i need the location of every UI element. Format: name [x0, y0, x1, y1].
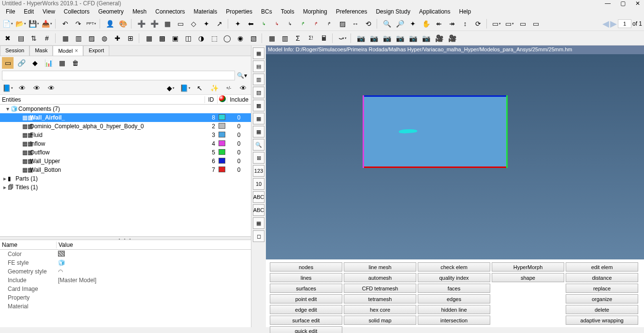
panel-btn-4[interactable]: 📊 — [43, 57, 54, 69]
menu-applications[interactable]: Applications — [415, 7, 454, 16]
model-tree[interactable]: ▾🧊Components (7)▦▦Wall_Airfoil_80▦▦Domin… — [0, 105, 251, 236]
tree-components[interactable]: ▾🧊Components (7) — [0, 105, 251, 113]
tab-mask[interactable]: Mask — [29, 45, 53, 56]
show-style-2[interactable]: 📘 — [179, 82, 191, 94]
page-curves[interactable]: ▭ — [517, 18, 528, 30]
cmd-lines[interactable]: lines — [270, 273, 342, 282]
panel-btn-5[interactable]: ▦ — [56, 57, 68, 69]
sum-sel-button[interactable]: Σ! — [305, 32, 317, 44]
mesh-solids[interactable]: ◍ — [99, 32, 110, 44]
mesh-surfaces[interactable]: ▨ — [86, 32, 97, 44]
prop-row-material[interactable]: Material — [0, 302, 251, 311]
tree-toggle[interactable]: ▸ — [2, 175, 8, 182]
display-trans[interactable]: ◫ — [182, 32, 194, 44]
menu-bcs[interactable]: BCs — [257, 7, 276, 16]
page-current[interactable] — [618, 19, 631, 28]
tree-parts[interactable]: ▸▮Parts (1) — [0, 174, 251, 183]
reverse-view[interactable]: ↔ — [350, 18, 361, 30]
rotate-right-button[interactable]: ↠ — [446, 18, 458, 30]
tree-comp-7[interactable]: ▦▦Wall_Botton70 — [0, 166, 251, 174]
display-iso[interactable]: ▧ — [248, 32, 259, 44]
cmd-intersection[interactable]: intersection — [418, 316, 490, 325]
cmd-hex-core[interactable]: hex core — [344, 305, 416, 314]
display-sphere[interactable]: ◉ — [234, 32, 246, 44]
eye-none[interactable]: 👁 — [31, 82, 43, 94]
close-button[interactable]: ✕ — [635, 0, 640, 7]
menu-properties[interactable]: Properties — [222, 7, 256, 16]
minimize-button[interactable]: — — [605, 0, 611, 7]
undo-button[interactable]: ↶ — [59, 18, 71, 30]
import-button[interactable]: 📥 — [41, 18, 53, 30]
grid-mode[interactable]: ⊞ — [253, 152, 264, 164]
create-comp-button[interactable]: ➕ — [135, 18, 147, 30]
view-mode-1[interactable]: ▦ — [253, 47, 264, 59]
prop-row-card-image[interactable]: Card Image — [0, 285, 251, 293]
cmd-edge-edit[interactable]: edge edit — [270, 305, 342, 314]
tree-titles[interactable]: ▸🗐Titles (1) — [0, 183, 251, 192]
tree-comp-4[interactable]: ▦▦Inflow40 — [0, 139, 251, 148]
view-mode-2[interactable]: ▤ — [253, 61, 264, 72]
redo-button[interactable]: ↷ — [73, 18, 84, 30]
cmd-automesh[interactable]: automesh — [344, 273, 416, 282]
pick-mode[interactable]: ▦ — [253, 217, 264, 229]
display-mix[interactable]: ◑ — [195, 32, 207, 44]
mesh-create[interactable]: ✚ — [112, 32, 123, 44]
page-layout-1[interactable]: ▭ — [491, 18, 502, 30]
fit-button[interactable]: 🔍 — [381, 18, 393, 30]
reflect-button[interactable]: ⤻ — [337, 32, 348, 44]
mesh-lines[interactable]: ▥ — [73, 32, 84, 44]
open-button[interactable]: 📂 — [15, 18, 27, 30]
cmd-delete[interactable]: delete — [566, 305, 638, 314]
menu-help[interactable]: Help — [455, 7, 475, 16]
page-layout-2[interactable]: ▭ — [504, 18, 515, 30]
labels-toggle-2[interactable]: ABC — [253, 204, 264, 216]
axis-neg-xz[interactable]: ↱ — [310, 18, 322, 30]
cmd-check-elem[interactable]: check elem — [418, 262, 490, 272]
cmd-organize[interactable]: organize — [566, 294, 638, 303]
eye-iso[interactable]: 👁 — [45, 82, 57, 94]
rotate-left-button[interactable]: ↞ — [433, 18, 445, 30]
tree-comp-5[interactable]: ▦▦Outflow50 — [0, 148, 251, 157]
tree-comp-6[interactable]: ▦▦Wall_Upper60 — [0, 157, 251, 166]
tree-comp-3[interactable]: ▦▦Fluid30 — [0, 131, 251, 139]
create-load-button[interactable]: ◇ — [188, 18, 199, 30]
tree-toggle[interactable]: ▾ — [5, 106, 11, 112]
header-color[interactable] — [217, 95, 227, 104]
create-sys-button[interactable]: ✦ — [201, 18, 212, 30]
view-mode-6[interactable]: ▦ — [253, 113, 264, 124]
cmd-line-mesh[interactable]: line mesh — [344, 262, 416, 272]
display-shaded[interactable]: ▩ — [156, 32, 168, 44]
binoculars-icon[interactable]: 🔍 — [253, 139, 264, 151]
check-elem[interactable]: ▦ — [266, 32, 278, 44]
tab-export[interactable]: Export — [83, 45, 109, 56]
create-mat-button[interactable]: ▦ — [161, 18, 173, 30]
organize-button[interactable]: ⇅ — [28, 32, 40, 44]
cmd-hypermorph[interactable]: HyperMorph — [492, 262, 564, 272]
maximize-button[interactable]: ▢ — [620, 0, 626, 7]
user-button[interactable]: 👤 — [104, 18, 116, 30]
mesh-split[interactable]: ⊞ — [125, 32, 136, 44]
page-prev[interactable]: ◀ — [602, 18, 609, 29]
page-next[interactable]: ▶ — [610, 18, 617, 29]
eye-all[interactable]: 👁 — [16, 82, 28, 94]
rotate-vert-button[interactable]: ↕ — [459, 18, 471, 30]
zoom-tool[interactable]: ✦ — [232, 18, 244, 30]
mesh-nodes[interactable]: ▦ — [59, 32, 71, 44]
cmd-edit-elem[interactable]: edit elem — [566, 262, 638, 272]
display-box[interactable]: ⬚ — [208, 32, 220, 44]
cmd-solid-map[interactable]: solid map — [344, 316, 416, 325]
video-2[interactable]: 🎥 — [446, 32, 458, 44]
show-style[interactable]: ◆ — [165, 82, 176, 94]
create-set-button[interactable]: ➕ — [148, 18, 160, 30]
delete-button[interactable]: ✖ — [2, 32, 14, 44]
color-swatch[interactable] — [219, 158, 225, 164]
header-entities[interactable]: Entities — [0, 96, 205, 103]
header-id[interactable]: ID — [205, 96, 217, 103]
axis-xz[interactable]: ↳ — [271, 18, 283, 30]
splitter[interactable]: • • • — [0, 236, 251, 240]
menu-design-study[interactable]: Design Study — [372, 7, 414, 16]
props-header-name[interactable]: Name — [0, 242, 56, 248]
cmd-faces[interactable]: faces — [418, 284, 490, 293]
view-mode-7[interactable]: ▦ — [253, 126, 264, 137]
props-header-value[interactable]: Value — [56, 242, 251, 248]
